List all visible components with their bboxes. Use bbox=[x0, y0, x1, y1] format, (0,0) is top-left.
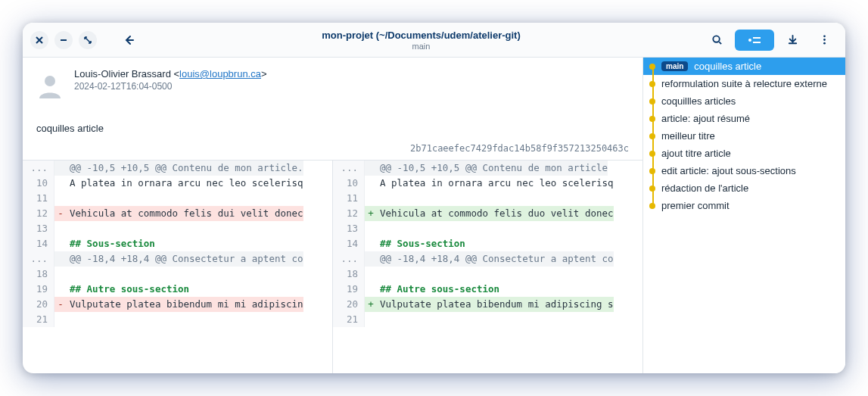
diff-line: 14## Sous-section bbox=[333, 236, 642, 251]
svg-point-7 bbox=[45, 76, 55, 86]
history-item[interactable]: article: ajout résumé bbox=[643, 110, 845, 127]
minimize-icon bbox=[59, 36, 68, 45]
diff-marker bbox=[54, 221, 67, 236]
history-item[interactable]: ajout titre article bbox=[643, 145, 845, 162]
line-number: 14 bbox=[333, 236, 365, 251]
line-number: 12 bbox=[23, 206, 54, 221]
code-text: ## Sous-section bbox=[67, 236, 155, 251]
code-text bbox=[377, 191, 380, 206]
history-item[interactable]: maincoquilles article bbox=[643, 58, 845, 75]
commit-dot-icon bbox=[649, 64, 655, 70]
commit-dot-icon bbox=[649, 151, 655, 157]
back-button[interactable] bbox=[118, 30, 139, 51]
history-item[interactable]: reformulation suite à relecture externe bbox=[643, 75, 845, 92]
diff-marker: + bbox=[365, 297, 377, 312]
diff-marker: - bbox=[54, 297, 67, 312]
line-number: 12 bbox=[333, 206, 365, 221]
commit-meta: Louis-Olivier Brassard <louis@loupbrun.c… bbox=[74, 68, 629, 98]
maximize-button[interactable] bbox=[79, 31, 97, 49]
titlebar-actions bbox=[703, 30, 838, 51]
search-button[interactable] bbox=[703, 30, 730, 51]
code-text: Vulputate platea bibendum mi adipiscing … bbox=[377, 297, 614, 312]
diff-marker bbox=[54, 191, 67, 206]
history-item[interactable]: premier commit bbox=[643, 197, 845, 214]
diff-marker bbox=[54, 176, 67, 191]
svg-point-4 bbox=[823, 35, 826, 37]
line-number: 10 bbox=[333, 176, 365, 191]
history-message: coquillles articles bbox=[661, 95, 736, 107]
diff-marker bbox=[365, 191, 377, 206]
minimize-button[interactable] bbox=[54, 31, 73, 49]
diff-marker bbox=[365, 176, 377, 191]
code-text: Vehicula at commodo felis dui velit done… bbox=[67, 206, 303, 221]
history-item[interactable]: meilleur titre bbox=[643, 127, 845, 145]
diff-line: 19## Autre sous-section bbox=[23, 282, 332, 297]
diff-left-pane[interactable]: ...@@ -10,5 +10,5 @@ Contenu de mon arti… bbox=[23, 161, 333, 373]
code-text: @@ -10,5 +10,5 @@ Contenu de mon article… bbox=[67, 161, 303, 176]
main-area: Louis-Olivier Brassard <louis@loupbrun.c… bbox=[23, 58, 642, 373]
line-number: 10 bbox=[23, 176, 54, 191]
history-list: maincoquilles articlereformulation suite… bbox=[643, 58, 845, 214]
history-sidebar: maincoquilles articlereformulation suite… bbox=[642, 58, 845, 373]
history-item[interactable]: edit article: ajout sous-sections bbox=[643, 162, 845, 179]
line-number: 20 bbox=[23, 297, 54, 312]
diff-line: 11 bbox=[333, 191, 642, 206]
graph-icon bbox=[747, 35, 762, 45]
titlebar: mon-projet (~/Documents/udem/atelier-git… bbox=[23, 23, 845, 58]
diff-line: 12-Vehicula at commodo felis dui velit d… bbox=[23, 206, 332, 221]
commit-dot-icon bbox=[649, 168, 655, 174]
history-message: article: ajout résumé bbox=[661, 113, 750, 124]
code-text bbox=[67, 191, 70, 206]
download-button[interactable] bbox=[779, 30, 806, 51]
diff-marker bbox=[365, 312, 377, 327]
line-number: 14 bbox=[23, 236, 54, 251]
line-number: 21 bbox=[333, 312, 365, 327]
search-icon bbox=[711, 34, 723, 45]
diff-marker bbox=[365, 161, 377, 176]
history-item[interactable]: coquillles articles bbox=[643, 92, 845, 110]
history-view-button[interactable] bbox=[735, 30, 774, 51]
diff-marker bbox=[365, 282, 377, 297]
diff-marker bbox=[365, 236, 377, 251]
diff-right-pane[interactable]: ...@@ -10,5 +10,5 @@ Contenu de mon arti… bbox=[333, 161, 642, 373]
code-text bbox=[377, 267, 380, 282]
diff-marker bbox=[54, 267, 67, 282]
svg-point-5 bbox=[823, 39, 826, 41]
content-area: Louis-Olivier Brassard <louis@loupbrun.c… bbox=[23, 58, 845, 373]
line-number: 21 bbox=[23, 312, 54, 327]
avatar-icon bbox=[36, 71, 64, 98]
line-number: 19 bbox=[333, 282, 365, 297]
code-text: A platea in ornara arcu nec leo sceleris… bbox=[377, 176, 614, 191]
commit-dot-icon bbox=[649, 203, 655, 209]
diff-line: 21 bbox=[333, 312, 642, 327]
line-number: ... bbox=[23, 161, 54, 176]
commit-date: 2024-02-12T16:04-0500 bbox=[74, 81, 629, 92]
diff-marker bbox=[54, 236, 67, 251]
close-button[interactable] bbox=[30, 31, 48, 49]
history-message: meilleur titre bbox=[661, 130, 715, 142]
download-icon bbox=[787, 34, 798, 45]
commit-header: Louis-Olivier Brassard <louis@loupbrun.c… bbox=[23, 58, 642, 108]
close-icon bbox=[35, 36, 44, 45]
commit-dot-icon bbox=[649, 186, 655, 192]
diff-line: 10A platea in ornara arcu nec leo sceler… bbox=[23, 176, 332, 191]
diff-line: 21 bbox=[23, 312, 332, 327]
line-number: 13 bbox=[333, 221, 365, 236]
menu-button[interactable] bbox=[810, 30, 838, 51]
app-window: mon-projet (~/Documents/udem/atelier-git… bbox=[23, 23, 845, 373]
diff-view: ...@@ -10,5 +10,5 @@ Contenu de mon arti… bbox=[23, 160, 642, 373]
diff-line: 13 bbox=[23, 221, 332, 236]
line-number: 19 bbox=[23, 282, 54, 297]
line-number: 13 bbox=[23, 221, 54, 236]
code-text: Vehicula at commodo felis duo velit done… bbox=[377, 206, 614, 221]
commit-message: coquilles article bbox=[23, 108, 642, 140]
code-text bbox=[67, 312, 70, 327]
author-email[interactable]: louis@loupbrun.ca bbox=[179, 68, 261, 80]
history-item[interactable]: rédaction de l'article bbox=[643, 179, 845, 197]
line-number: 11 bbox=[23, 191, 54, 206]
author-name: Louis-Olivier Brassard bbox=[74, 68, 171, 80]
diff-marker bbox=[54, 251, 67, 267]
diff-marker bbox=[54, 161, 67, 176]
line-number: 11 bbox=[333, 191, 365, 206]
line-number: 18 bbox=[333, 267, 365, 282]
